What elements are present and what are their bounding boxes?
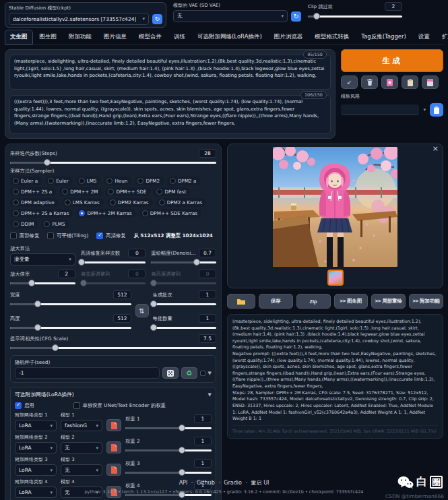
lora-enable-checkbox[interactable]: 启用	[15, 402, 34, 409]
upscaler-dropdown[interactable]: 潜变量▾	[10, 253, 75, 265]
batch-count-slider[interactable]	[153, 301, 216, 307]
extra-seed-checkbox[interactable]	[200, 371, 205, 376]
hires-steps-value[interactable]: 0	[128, 249, 146, 257]
steps-slider[interactable]	[10, 159, 216, 166]
lora-model-dropdown[interactable]: 无▾	[61, 464, 102, 476]
model-refresh-button[interactable]: ↻	[152, 14, 162, 24]
sampler-option[interactable]: DPM++ SDE	[105, 187, 150, 196]
sampler-option[interactable]: Euler	[45, 177, 72, 185]
tab-文生图[interactable]: 文生图	[5, 30, 33, 44]
lora-type-dropdown[interactable]: LoRA▾	[15, 464, 57, 476]
save-button[interactable]: 保存	[259, 294, 293, 309]
clear-prompt-button[interactable]	[361, 75, 378, 89]
model-dropdown[interactable]: dalceforealistictallyv2.safetensors [733…	[9, 13, 149, 25]
lora-weight-slider[interactable]	[125, 425, 212, 431]
upscale-by-slider[interactable]	[10, 280, 75, 286]
lora-separate-weights-checkbox[interactable]: 单独设置 UNet/Text Encoder 的权重	[73, 402, 166, 409]
sampler-option[interactable]: DPM2 a	[167, 177, 200, 185]
generate-button[interactable]: 生成	[341, 49, 443, 72]
restore-faces-checkbox[interactable]: 面部修复	[10, 232, 39, 239]
close-icon[interactable]: ×	[433, 145, 439, 153]
tab-扩展[interactable]: 扩展	[437, 30, 448, 44]
sampler-option[interactable]: DPM2 a Karras	[156, 198, 207, 207]
cfg-slider[interactable]	[10, 344, 216, 351]
clip-skip-slider[interactable]	[308, 13, 402, 20]
sampler-option[interactable]: Heun	[104, 177, 131, 185]
width-slider[interactable]	[10, 301, 131, 307]
vae-dropdown[interactable]: 无▾	[173, 10, 288, 22]
batch-size-value[interactable]: 1	[199, 314, 216, 323]
tab-模型合并[interactable]: 模型合并	[133, 30, 167, 44]
sampler-option[interactable]: DPM++ 2M	[59, 187, 102, 196]
sampler-option[interactable]: DPM2 Karras	[107, 198, 153, 207]
lora-weight-value[interactable]: 1	[194, 414, 212, 423]
lora-model-file-button[interactable]	[106, 464, 121, 476]
sampler-option[interactable]: DPM adaptive	[10, 198, 59, 207]
sampler-option[interactable]: DPM++ SDE Karras	[139, 209, 201, 218]
sampler-option[interactable]: LMS	[76, 177, 101, 185]
swap-dimensions-button[interactable]: ⇅	[135, 304, 149, 317]
generated-image[interactable]	[273, 147, 397, 267]
width-value[interactable]: 512	[113, 290, 131, 299]
tab-训练[interactable]: 训练	[168, 30, 191, 44]
tab-Tag反推(Tagger)[interactable]: Tag反推(Tagger)	[356, 30, 412, 44]
footer-link-1[interactable]: API	[179, 480, 188, 486]
lora-model-dropdown[interactable]: 无▾	[61, 442, 102, 454]
lora-model-file-button[interactable]	[106, 441, 121, 454]
tab-图生图[interactable]: 图生图	[34, 30, 63, 44]
zip-button[interactable]: Zip	[296, 294, 331, 309]
tab-可选附加网络(LoRA插件)[interactable]: 可选附加网络(LoRA插件)	[192, 30, 267, 44]
read-params-button[interactable]: ↙	[341, 75, 358, 89]
send-to-inpaint-button[interactable]: >> 局部重绘	[371, 294, 406, 309]
lora-type-dropdown[interactable]: LoRA▾	[15, 420, 57, 431]
prompt-textarea[interactable]: (masterpiece, sidelighting, ultra-detail…	[9, 55, 331, 90]
send-to-img2img-button[interactable]: >> 图生图	[334, 294, 369, 309]
upscale-by-value[interactable]: 2	[58, 270, 75, 278]
cfg-value[interactable]: 7.5	[199, 334, 216, 343]
sampler-option[interactable]: Euler a	[10, 177, 42, 185]
clip-skip-value[interactable]: 2	[385, 2, 402, 11]
lora-weight-slider[interactable]	[125, 447, 212, 454]
negative-prompt-textarea[interactable]: (((extra feet))),3 feet,more than two fe…	[9, 95, 331, 134]
lora-model-dropdown[interactable]: fashionG▾	[61, 420, 102, 431]
collapse-icon[interactable]: ▼	[208, 392, 212, 398]
sampler-option[interactable]: DPM++ 2S a	[10, 187, 56, 196]
image-thumbnail[interactable]	[327, 270, 344, 286]
style-select-button[interactable]	[381, 75, 398, 89]
open-folder-button[interactable]	[227, 294, 255, 309]
random-seed-button[interactable]	[162, 367, 179, 379]
sampler-option[interactable]: DPM2	[135, 177, 164, 185]
paste-prompt-button[interactable]	[402, 75, 418, 89]
footer-link-4[interactable]: 重启 UI	[251, 480, 269, 486]
height-slider[interactable]	[10, 324, 131, 331]
height-value[interactable]: 512	[113, 314, 131, 323]
reuse-seed-button[interactable]: ♻	[181, 367, 197, 379]
footer-link-2[interactable]: Github	[197, 480, 215, 486]
apply-styles-button[interactable]	[430, 103, 443, 117]
hires-steps-slider[interactable]	[81, 259, 146, 265]
lora-type-dropdown[interactable]: LoRA▾	[15, 442, 57, 454]
batch-size-slider[interactable]	[153, 324, 216, 331]
vae-refresh-button[interactable]: ↻	[291, 11, 301, 22]
tab-模型格式转换[interactable]: 模型格式转换	[309, 30, 354, 44]
sampler-option[interactable]: DPM fast	[154, 187, 190, 196]
lora-weight-value[interactable]: 1	[194, 437, 212, 445]
batch-count-value[interactable]: 1	[199, 290, 216, 299]
sampler-option[interactable]: PLMS	[41, 220, 69, 228]
denoising-value[interactable]: 0.7	[199, 249, 216, 257]
tiling-checkbox[interactable]: 可平铺(Tiling)	[47, 232, 88, 239]
sampler-option[interactable]: LMS Karras	[62, 198, 104, 207]
denoising-slider[interactable]	[151, 259, 216, 265]
sampler-option[interactable]: DPM++ 2M Karras	[76, 209, 135, 218]
sampler-option[interactable]: DDIM	[10, 220, 38, 228]
sampler-option[interactable]: DPM++ 2S a Karras	[10, 209, 73, 218]
lora-weight-slider[interactable]	[125, 469, 212, 476]
lora-model-file-button[interactable]	[106, 419, 121, 431]
send-to-extras-button[interactable]: >> 附加功能	[409, 294, 443, 309]
save-style-button[interactable]	[422, 75, 439, 89]
tab-图片信息[interactable]: 图片信息	[98, 30, 132, 44]
lora-weight-value[interactable]: 1	[194, 459, 212, 468]
styles-dropdown[interactable]	[341, 104, 419, 115]
steps-value[interactable]: 28	[199, 149, 216, 158]
tab-图片浏览器[interactable]: 图片浏览器	[269, 30, 309, 44]
